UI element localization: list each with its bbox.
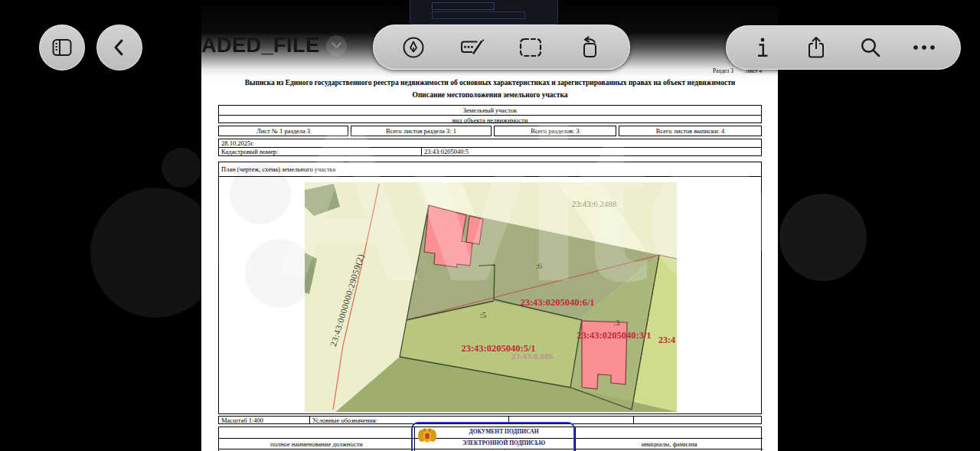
more-button[interactable] [902,26,946,69]
scale-cell: Масштаб 1:400 [218,416,310,424]
share-icon [806,36,826,59]
rotate-button[interactable] [567,26,612,69]
more-icon [913,44,936,51]
share-button[interactable] [794,26,838,69]
sidebar-icon [52,38,72,57]
sidebar-toggle-button[interactable] [39,25,85,70]
object-type-box: Земельный участок вид объекта недвижимос… [218,105,762,123]
object-type: Земельный участок [219,106,761,116]
pen-nib-circle-icon [402,36,425,59]
title-chevron-badge[interactable] [326,35,347,56]
markup-toolbar [373,25,630,70]
document-subheading: Описание местоположения земельного участ… [218,91,762,99]
name-label: инициалы, фамилия [576,439,763,449]
file-title: ADED_FILE [201,34,320,57]
map-label-quarter: 23:43:6.2488 [572,199,617,208]
cadastral-label-cell: Кадастровый номер: [218,147,422,156]
watermark-logo-circle-right [779,194,867,281]
position-label: полное наименование должности [219,439,414,449]
search-button[interactable] [848,26,893,69]
back-button[interactable] [96,25,142,70]
map-label-right: 23:4 [658,335,675,345]
document-heading: Выписка из Единого государственного реес… [218,79,762,87]
selection-dashed-icon [519,38,542,57]
previous-page-stamp-remnant [410,0,558,25]
object-type-caption: вид объекта недвижимости [219,116,761,124]
select-button[interactable] [508,26,553,69]
corner-section: Раздел 3 [713,67,733,74]
info-icon [756,37,769,58]
cadastral-value-cell: 23:43:0205040:5 [421,147,762,156]
rotate-icon [578,36,601,59]
info-button[interactable] [740,26,785,69]
chevron-left-icon [110,38,129,57]
map-label-p3: :3 [613,318,620,327]
actions-toolbar [726,25,961,70]
plan-title: План (чертеж, схема) земельного участка [219,162,761,177]
legend-cell-3 [633,416,762,424]
map-label-p5: :5 [480,310,487,319]
sheet-cell-2: Всего листов раздела 3: 1 [351,126,492,136]
coat-of-arms-icon [417,426,437,446]
map-label-b61: 23:43:0205040:6/1 [520,297,594,308]
watermark-logo-circle-small [162,148,201,188]
autofill-signature-icon [459,36,485,59]
chevron-down-icon [332,42,341,49]
markup-button[interactable] [391,26,436,69]
autofill-button[interactable] [450,26,495,69]
map-label-b31: 23:43:0205040:3/1 [577,330,651,341]
stamp-line2: ЭЛЕКТРОННОЙ ПОДПИСЬЮ [439,440,569,446]
sheet-cell-1: Лист № 1 раздела 3 [218,126,348,136]
map-label-p6: :6 [536,261,543,270]
map-label-area: 23:43:6.806 [511,351,554,361]
sheet-cell-3: Всего разделов: 3 [494,126,616,136]
file-title-button[interactable]: ADED_FILE [201,34,347,57]
search-icon [860,37,881,58]
stamp-line1: ДОКУМЕНТ ПОДПИСАН [439,428,569,435]
sheet-cell-4: Всего листов выписки: 4 [619,126,762,136]
cadastral-map: 23:43:6.2488 :6 23:43:0205040:6/1 :5 23:… [305,182,677,412]
signature-stamp: ДОКУМЕНТ ПОДПИСАН ЭЛЕКТРОННОЙ ПОДПИСЬЮ С… [411,422,575,451]
